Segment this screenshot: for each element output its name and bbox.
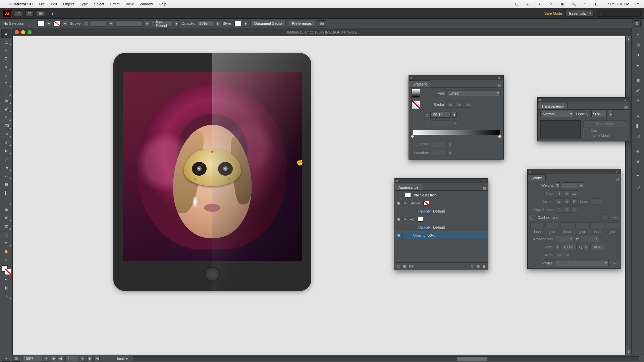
artboard-tool[interactable]: ▢ (1, 231, 11, 239)
status-popup-icon[interactable]: ▾ (2, 356, 10, 362)
clip-checkbox[interactable] (583, 128, 587, 132)
stroke-weight-field[interactable] (562, 182, 577, 188)
cap-butt[interactable]: ▮ (556, 190, 563, 196)
notifications-icon[interactable]: ● (537, 1, 542, 7)
zoom-field[interactable]: 100% (22, 356, 42, 361)
panel-menu-icon[interactable]: ▤ (481, 186, 488, 190)
symbols-icon[interactable]: ✲ (634, 96, 642, 105)
eyedropper-tool[interactable]: ⟋ (1, 197, 11, 205)
shape-builder-tool[interactable]: ◔ (1, 164, 11, 172)
bridge-button[interactable]: Br (14, 10, 22, 16)
spotlight-icon[interactable]: 🔍 (571, 1, 576, 7)
stroke-swatch[interactable] (54, 21, 60, 26)
type-tool[interactable]: T (1, 80, 11, 88)
panel-close-icon[interactable]: × (529, 170, 532, 173)
transparency-opacity-field[interactable]: 50% (591, 111, 607, 117)
swatches-icon[interactable]: ▦ (634, 76, 642, 84)
selection-tool[interactable]: ▲ (1, 29, 11, 38)
miter-limit-field[interactable] (591, 198, 602, 204)
delete-item-icon[interactable]: 🗑 (482, 264, 486, 268)
first-artboard-button[interactable]: ⏮ (51, 356, 56, 361)
appearance-tab[interactable]: Appearance (395, 184, 422, 190)
window-close-icon[interactable] (15, 30, 19, 34)
controlbar-menu[interactable]: ≣ (633, 20, 641, 26)
style-dropdown[interactable]: ▾ (244, 20, 248, 26)
gradient-tab[interactable]: Gradient (409, 80, 430, 87)
graph-tool[interactable]: ▥ (1, 222, 11, 230)
dash-field[interactable] (530, 222, 543, 228)
gap-field[interactable] (575, 222, 588, 228)
stroke-tab[interactable]: Stroke (528, 174, 546, 181)
gradient-panel[interactable]: ×« Gradient▤ Type: Linear Stroke: ▭ ▭ ▭ … (409, 75, 504, 160)
perspective-tool[interactable]: ▱ (1, 172, 11, 180)
status-menu-icon[interactable]: ▸ (126, 356, 128, 361)
gpu-preview-button[interactable]: ⚲ (48, 10, 56, 16)
rectangle-tool[interactable]: ▭ (1, 97, 11, 105)
arrow-align-tip[interactable]: ↦ (556, 252, 563, 258)
vertical-scrollbar[interactable]: ▴ ▾ (625, 36, 631, 355)
eraser-tool[interactable]: ⌫ (1, 122, 11, 130)
gradient-tool[interactable]: ▌ (1, 189, 11, 197)
gradient-aspect-field[interactable] (431, 120, 451, 126)
screen-mode-button[interactable]: ▭ (1, 292, 11, 300)
paintbrush-tool[interactable]: 🖌 (1, 105, 11, 113)
align-center[interactable]: ▯ (556, 206, 563, 213)
cc-sync-icon[interactable]: ◎ (525, 1, 531, 7)
brushes-icon[interactable]: 🖌 (634, 86, 642, 95)
swap-arrow-icon[interactable]: ⇄ (576, 237, 579, 241)
appearance-object-opacity[interactable]: Opacity: (408, 233, 426, 237)
gradient-angle-dropdown[interactable]: ▾ (452, 112, 457, 118)
clear-appearance-icon[interactable]: ⊘ (471, 264, 474, 268)
appearance-dock-icon[interactable]: ◎ (634, 147, 642, 156)
new-fill-icon[interactable]: ▣ (403, 264, 406, 268)
scroll-up-icon[interactable]: ▴ (626, 36, 631, 42)
rotate-tool[interactable]: ⟲ (1, 130, 11, 138)
vstroke-profile[interactable] (116, 20, 143, 26)
invert-mask-checkbox[interactable] (583, 134, 587, 138)
curvature-tool[interactable]: ∿ (1, 71, 11, 79)
transparency-tab[interactable]: Transparency (538, 103, 568, 109)
wifi-icon[interactable]: ⌔ (582, 1, 588, 7)
duplicate-item-icon[interactable]: ▤ (476, 264, 480, 268)
draw-mode-buttons[interactable]: ◧ (1, 284, 11, 292)
gradient-aspect-dropdown[interactable]: ▾ (453, 120, 457, 126)
status-artboard-icon[interactable]: ▥ (12, 356, 20, 362)
style-swatch[interactable] (234, 21, 241, 26)
mesh-tool[interactable]: ▦ (1, 180, 11, 188)
window-zoom-icon[interactable] (28, 30, 32, 34)
line-tool[interactable]: ／ (1, 88, 11, 96)
arrange-docs-button[interactable]: ▦▾ (37, 10, 45, 16)
app-menu[interactable]: Illustrator CC (9, 2, 33, 6)
disclosure-toggle[interactable]: ▸ (403, 201, 408, 205)
transparency-dock-icon[interactable]: ◫ (634, 131, 642, 140)
stroke-weight-field[interactable] (91, 20, 106, 26)
brush-dropdown[interactable]: ▾ (175, 20, 179, 26)
stroke-grad-along[interactable]: ▭ (456, 102, 463, 108)
blend-tool[interactable]: ◍ (1, 205, 11, 214)
panel-close-icon[interactable]: × (410, 76, 414, 79)
panel-menu-icon[interactable]: ▤ (496, 83, 503, 87)
menu-help[interactable]: Help (159, 2, 166, 6)
stroke-grad-across[interactable]: ▭ (465, 102, 471, 108)
gradient-type-select[interactable]: Linear (447, 90, 501, 96)
layers-icon[interactable]: ☰ (634, 172, 642, 181)
gradient-stop-opacity-field[interactable] (431, 141, 446, 147)
visibility-toggle[interactable]: ◉ (395, 215, 403, 223)
align-outside[interactable]: ▯ (571, 206, 578, 213)
visibility-toggle[interactable]: ◉ (395, 199, 403, 207)
opacity-field[interactable]: 50% (198, 20, 213, 26)
panel-close-icon[interactable]: × (396, 179, 399, 183)
menu-object[interactable]: Object (63, 2, 74, 6)
slice-tool[interactable]: ⧄ (1, 239, 11, 247)
stock-button[interactable]: St (25, 10, 34, 16)
gap-field[interactable] (545, 222, 558, 228)
vstroke-profile-dropdown[interactable]: ▾ (145, 20, 149, 26)
zoom-dropdown[interactable]: ▾ (44, 356, 48, 362)
arrow-start-select[interactable] (556, 236, 574, 242)
appearance-stroke-opacity[interactable]: Opacity: (408, 209, 432, 213)
fill-swatch-icon[interactable] (417, 217, 423, 222)
dash-preserve-icon[interactable]: ┄ (601, 215, 609, 221)
symbol-sprayer-tool[interactable]: ✲ (1, 214, 11, 222)
appearance-fill-row[interactable]: Fill: (408, 217, 415, 221)
libraries-icon[interactable]: ▥ (634, 40, 642, 49)
